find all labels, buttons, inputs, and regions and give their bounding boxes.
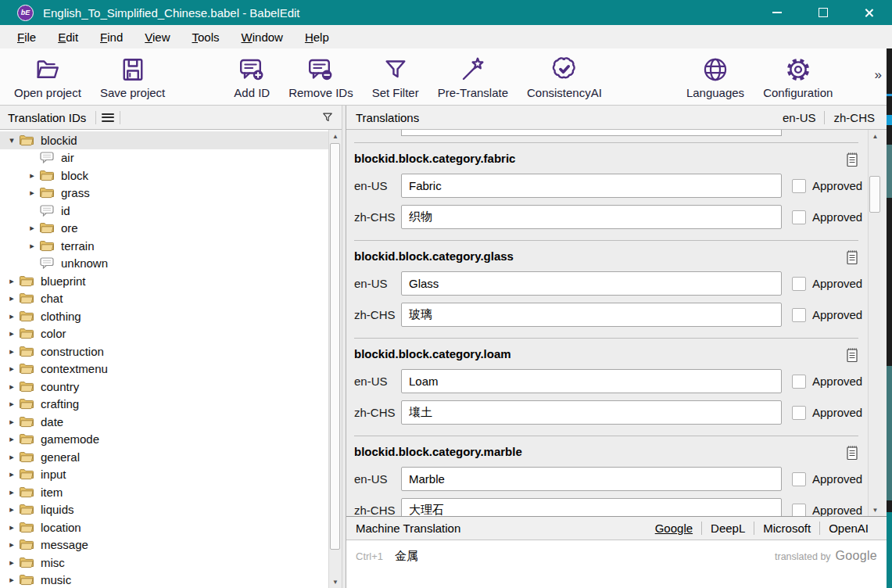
approved-checkbox[interactable] <box>792 277 806 291</box>
chevron-collapsed-icon[interactable]: ▸ <box>25 188 39 198</box>
tree-filter-icon[interactable] <box>321 110 335 124</box>
chevron-collapsed-icon[interactable]: ▸ <box>5 364 19 374</box>
provider-tab-openai[interactable]: OpenAI <box>820 522 877 535</box>
chevron-collapsed-icon[interactable]: ▸ <box>25 241 39 251</box>
tree-item-input[interactable]: ▸ input <box>0 466 342 484</box>
provider-tab-deepl[interactable]: DeepL <box>702 522 754 535</box>
menu-file[interactable]: File <box>6 27 47 47</box>
chevron-collapsed-icon[interactable]: ▸ <box>5 434 19 444</box>
approved-checkbox[interactable] <box>792 210 806 224</box>
approved-checkbox[interactable] <box>792 504 806 517</box>
approved-checkbox[interactable] <box>792 375 806 389</box>
tree-item-crafting[interactable]: ▸ crafting <box>0 396 342 414</box>
approved-checkbox[interactable] <box>792 179 806 193</box>
tree-item-message[interactable]: ▸ message <box>0 536 342 554</box>
approved-checkbox[interactable] <box>792 406 806 420</box>
remove-ids-button[interactable]: Remove IDs <box>279 54 363 99</box>
tree-item-clothing[interactable]: ▸ clothing <box>0 307 342 325</box>
tree-item-blueprint[interactable]: ▸ blueprint <box>0 272 342 290</box>
tree-item-location[interactable]: ▸ location <box>0 518 342 536</box>
comment-icon[interactable] <box>846 152 858 167</box>
window-maximize-button[interactable] <box>800 0 846 25</box>
chevron-collapsed-icon[interactable]: ▸ <box>5 417 19 427</box>
open-project-button[interactable]: Open project <box>5 54 91 99</box>
tree-item-block[interactable]: ▸ block <box>0 167 342 185</box>
scroll-down-icon[interactable]: ▼ <box>869 504 882 515</box>
tree-item-misc[interactable]: ▸ misc <box>0 554 342 572</box>
translation-input-zh-CHS[interactable] <box>401 303 782 327</box>
chevron-collapsed-icon[interactable]: ▸ <box>5 540 19 550</box>
set-filter-button[interactable]: Set Filter <box>363 54 428 99</box>
tree-item-date[interactable]: ▸ date <box>0 413 342 431</box>
approved-checkbox[interactable] <box>792 472 806 486</box>
provider-tab-microsoft[interactable]: Microsoft <box>754 522 819 535</box>
tree-item-contextmenu[interactable]: ▸ contextmenu <box>0 360 342 378</box>
menu-window[interactable]: Window <box>231 27 294 47</box>
chevron-collapsed-icon[interactable]: ▸ <box>5 328 19 339</box>
chevron-collapsed-icon[interactable]: ▸ <box>5 293 19 303</box>
chevron-collapsed-icon[interactable]: ▸ <box>25 170 39 181</box>
chevron-expanded-icon[interactable]: ▾ <box>5 135 19 145</box>
tree-item-gamemode[interactable]: ▸ gamemode <box>0 431 342 449</box>
tree-item-ore[interactable]: ▸ ore <box>0 220 342 238</box>
tree-item-liquids[interactable]: ▸ liquids <box>0 501 342 519</box>
chevron-collapsed-icon[interactable]: ▸ <box>5 522 19 532</box>
scroll-up-icon[interactable]: ▲ <box>329 131 342 142</box>
chevron-collapsed-icon[interactable]: ▸ <box>5 346 19 357</box>
tree-menu-icon[interactable] <box>102 111 114 124</box>
menu-view[interactable]: View <box>134 27 181 47</box>
tree-item-color[interactable]: ▸ color <box>0 325 342 343</box>
scroll-down-icon[interactable]: ▼ <box>329 576 342 587</box>
tree-item-music[interactable]: ▸ music <box>0 572 342 588</box>
tree-item-general[interactable]: ▸ general <box>0 448 342 466</box>
chevron-collapsed-icon[interactable]: ▸ <box>25 223 39 233</box>
chevron-collapsed-icon[interactable]: ▸ <box>5 575 19 585</box>
translation-input-zh-CHS[interactable] <box>401 400 782 425</box>
tree-item-chat[interactable]: ▸ chat <box>0 290 342 308</box>
menu-edit[interactable]: Edit <box>47 27 89 47</box>
tree-item-construction[interactable]: ▸ construction <box>0 342 342 360</box>
window-close-button[interactable] <box>846 0 892 25</box>
chevron-collapsed-icon[interactable]: ▸ <box>5 276 19 286</box>
tree-scrollbar[interactable]: ▲ ▼ <box>328 130 342 588</box>
translation-input-en-US[interactable] <box>401 369 782 393</box>
tree-item-terrain[interactable]: ▸ terrain <box>0 237 342 255</box>
scroll-up-icon[interactable]: ▲ <box>869 131 882 142</box>
approved-checkbox[interactable] <box>792 308 806 322</box>
pre-translate-button[interactable]: Pre-Translate <box>428 54 518 99</box>
comment-icon[interactable] <box>846 445 858 461</box>
chevron-collapsed-icon[interactable]: ▸ <box>5 487 19 497</box>
comment-icon[interactable] <box>846 249 858 265</box>
menu-find[interactable]: Find <box>89 27 134 47</box>
translations-scrollbar[interactable]: ▲ ▼ <box>868 130 882 516</box>
tree-item-country[interactable]: ▸ country <box>0 378 342 396</box>
chevron-collapsed-icon[interactable]: ▸ <box>5 504 19 514</box>
configuration-button[interactable]: Configuration <box>754 54 842 99</box>
translation-input-en-US[interactable] <box>401 271 782 296</box>
languages-button[interactable]: Languages <box>677 54 754 99</box>
comment-icon[interactable] <box>846 347 858 363</box>
save-project-button[interactable]: Save project <box>91 54 174 99</box>
scrollbar-thumb[interactable] <box>330 143 340 550</box>
window-minimize-button[interactable] <box>754 0 800 25</box>
tree-item-unknown[interactable]: unknown <box>0 255 342 273</box>
chevron-collapsed-icon[interactable]: ▸ <box>5 382 19 392</box>
tree-item-blockid[interactable]: ▾ blockid <box>0 131 342 149</box>
chevron-collapsed-icon[interactable]: ▸ <box>5 311 19 321</box>
menu-tools[interactable]: Tools <box>181 27 231 47</box>
translation-input-zh-CHS[interactable] <box>401 498 782 516</box>
menu-help[interactable]: Help <box>294 27 340 47</box>
toolbar-overflow-button[interactable]: » <box>875 67 882 83</box>
translation-input-en-US[interactable] <box>401 467 782 491</box>
chevron-collapsed-icon[interactable]: ▸ <box>5 452 19 462</box>
mt-suggestion[interactable]: 金属 <box>395 549 418 564</box>
tree-item-air[interactable]: air <box>0 149 342 167</box>
translation-input-en-US[interactable] <box>401 174 782 198</box>
tree-item-grass[interactable]: ▸ grass <box>0 185 342 203</box>
scrollbar-thumb[interactable] <box>869 176 880 213</box>
tree-item-item[interactable]: ▸ item <box>0 483 342 501</box>
chevron-collapsed-icon[interactable]: ▸ <box>5 399 19 409</box>
chevron-collapsed-icon[interactable]: ▸ <box>5 469 19 479</box>
translation-input-zh-CHS[interactable] <box>401 205 782 229</box>
tree-item-id[interactable]: id <box>0 202 342 220</box>
